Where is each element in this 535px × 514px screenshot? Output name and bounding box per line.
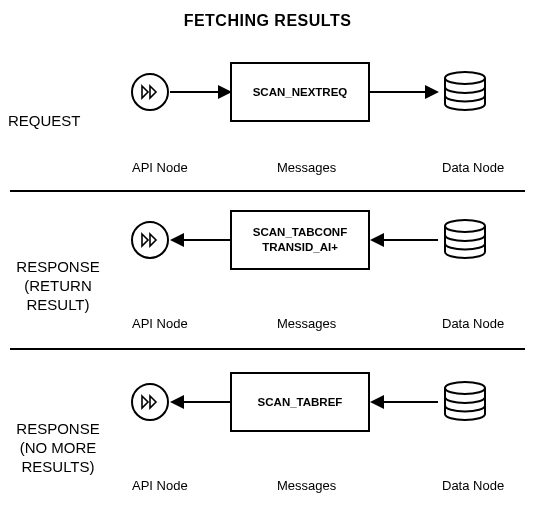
message-box: SCAN_TABREF bbox=[230, 372, 370, 432]
data-node-icon bbox=[440, 380, 490, 428]
svg-point-5 bbox=[445, 382, 485, 394]
message-box: SCAN_TABCONF TRANSID_AI+ bbox=[230, 210, 370, 270]
api-node-icon bbox=[130, 72, 170, 116]
row-label: REQUEST bbox=[8, 112, 81, 131]
row-response-return: RESPONSE(RETURNRESULT) SCAN_TABCONF TRAN… bbox=[0, 188, 535, 350]
data-node-icon bbox=[440, 218, 490, 266]
message-box: SCAN_NEXTREQ bbox=[230, 62, 370, 122]
svg-point-1 bbox=[445, 72, 485, 84]
data-node-icon bbox=[440, 70, 490, 118]
row-label: RESPONSE(NO MORERESULTS) bbox=[8, 420, 108, 476]
api-node-icon bbox=[130, 382, 170, 426]
col-messages: Messages bbox=[277, 160, 336, 175]
col-data: Data Node bbox=[442, 316, 504, 331]
row-response-nomore: RESPONSE(NO MORERESULTS) SCAN_TABREF API… bbox=[0, 350, 535, 512]
message-text: SCAN_TABCONF bbox=[253, 225, 347, 240]
row-label: RESPONSE(RETURNRESULT) bbox=[8, 258, 108, 314]
message-text: TRANSID_AI+ bbox=[262, 240, 338, 255]
col-messages: Messages bbox=[277, 478, 336, 493]
col-api: API Node bbox=[132, 478, 188, 493]
message-text: SCAN_NEXTREQ bbox=[253, 85, 348, 100]
api-node-icon bbox=[130, 220, 170, 264]
col-api: API Node bbox=[132, 160, 188, 175]
row-request: REQUEST SCAN_NEXTREQ API Node Messages D… bbox=[0, 30, 535, 188]
message-text: SCAN_TABREF bbox=[258, 395, 343, 410]
col-data: Data Node bbox=[442, 160, 504, 175]
svg-point-3 bbox=[445, 220, 485, 232]
diagram-title: FETCHING RESULTS bbox=[0, 0, 535, 30]
col-api: API Node bbox=[132, 316, 188, 331]
col-data: Data Node bbox=[442, 478, 504, 493]
col-messages: Messages bbox=[277, 316, 336, 331]
